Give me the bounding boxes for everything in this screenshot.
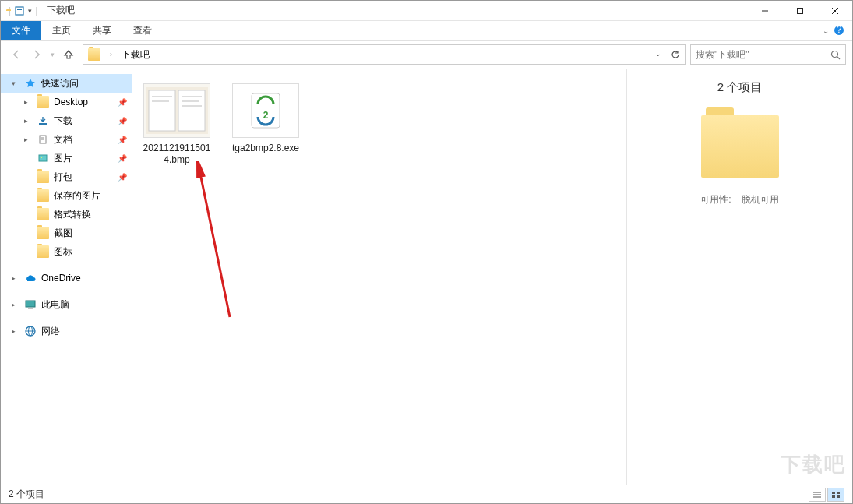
download-icon xyxy=(37,115,49,127)
svg-rect-0 xyxy=(16,7,23,15)
sidebar-item-screenshots[interactable]: 截图 xyxy=(1,224,132,242)
svg-rect-14 xyxy=(39,155,47,161)
help-icon[interactable]: ? xyxy=(834,25,844,36)
sidebar-item-pack[interactable]: 打包 📌 xyxy=(1,167,132,186)
pin-icon: 📌 xyxy=(118,117,127,125)
window-controls xyxy=(747,1,852,21)
back-button[interactable] xyxy=(10,48,23,61)
maximize-button[interactable] xyxy=(782,1,817,21)
svg-rect-38 xyxy=(837,495,840,498)
forward-button[interactable] xyxy=(30,48,43,61)
sidebar-item-saved-pictures[interactable]: 保存的图片 xyxy=(1,186,132,205)
chevron-right-icon[interactable]: ▸ xyxy=(24,98,32,106)
sidebar-item-label: 图标 xyxy=(54,245,72,259)
network-icon xyxy=(24,325,37,337)
svg-rect-1 xyxy=(17,9,22,10)
sidebar-item-documents[interactable]: ▸ 文档 📌 xyxy=(1,130,132,149)
sidebar-item-label: 文档 xyxy=(54,133,72,146)
close-button[interactable] xyxy=(817,1,852,21)
sidebar-item-label: Desktop xyxy=(54,97,88,107)
onedrive-icon xyxy=(24,272,37,284)
sidebar-quick-access[interactable]: ▾ 快速访问 xyxy=(1,74,132,93)
svg-rect-10 xyxy=(39,123,47,125)
folder-icon xyxy=(37,245,49,258)
file-item-exe[interactable]: 2 tga2bmp2.8.exe xyxy=(228,80,303,169)
sidebar-item-pictures[interactable]: 图片 📌 xyxy=(1,149,132,167)
view-details-button[interactable] xyxy=(809,488,826,502)
file-thumbnail: 2 xyxy=(232,83,299,138)
chevron-down-icon[interactable]: ▾ xyxy=(12,79,19,87)
address-segment-1[interactable]: 下载吧 xyxy=(117,45,154,64)
sidebar-item-icons[interactable]: 图标 xyxy=(1,242,132,261)
availability-key: 可用性: xyxy=(700,194,731,205)
window-title: 下载吧 xyxy=(47,4,75,17)
chevron-right-icon[interactable]: ▸ xyxy=(24,136,32,143)
preview-availability: 可用性: 脱机可用 xyxy=(700,193,779,206)
file-item-bmp[interactable]: 20211219115014.bmp xyxy=(139,80,214,169)
status-bar: 2 个项目 xyxy=(1,485,852,503)
svg-line-9 xyxy=(837,56,841,59)
svg-text:?: ? xyxy=(837,25,842,35)
pictures-icon xyxy=(37,152,49,164)
sidebar-item-label: 下载 xyxy=(54,115,72,128)
search-input[interactable] xyxy=(696,49,830,60)
document-icon xyxy=(37,133,49,146)
qat-separator: | xyxy=(9,5,11,16)
chevron-right-icon[interactable]: ▸ xyxy=(12,274,19,282)
chevron-right-icon[interactable]: ▸ xyxy=(24,117,32,125)
ribbon-collapse-icon[interactable]: ⌄ xyxy=(823,26,829,35)
nav-arrows: ▾ xyxy=(7,48,78,61)
sidebar-this-pc-label: 此电脑 xyxy=(41,298,69,312)
sidebar-onedrive[interactable]: ▸ OneDrive xyxy=(1,269,132,287)
sidebar-item-label: 截图 xyxy=(54,227,72,240)
sidebar-item-desktop[interactable]: ▸ Desktop 📌 xyxy=(1,93,132,111)
svg-rect-37 xyxy=(832,495,835,498)
svg-rect-36 xyxy=(837,492,840,494)
file-name: 20211219115014.bmp xyxy=(143,143,211,166)
sidebar-item-label: 打包 xyxy=(54,171,72,184)
qat-chevron-down-icon[interactable]: ▾ xyxy=(28,7,32,15)
search-box[interactable] xyxy=(690,44,846,65)
sidebar-onedrive-label: OneDrive xyxy=(41,273,81,284)
address-bar[interactable]: › 下载吧 ⌄ xyxy=(83,44,686,65)
sidebar-item-format-convert[interactable]: 格式转换 xyxy=(1,205,132,224)
ribbon-tab-share[interactable]: 共享 xyxy=(82,21,122,40)
address-dropdown-chevron[interactable]: ⌄ xyxy=(650,50,666,58)
availability-value: 脱机可用 xyxy=(742,194,779,205)
view-icons-button[interactable] xyxy=(827,488,844,502)
up-button[interactable] xyxy=(62,48,75,61)
navigation-bar: ▾ › 下载吧 ⌄ xyxy=(1,41,852,69)
sidebar-item-label: 保存的图片 xyxy=(54,189,100,203)
chevron-right-icon[interactable]: ▸ xyxy=(12,301,19,308)
pin-icon: 📌 xyxy=(118,154,127,163)
svg-rect-16 xyxy=(26,301,35,307)
qat-properties-icon[interactable] xyxy=(14,5,25,16)
refresh-button[interactable] xyxy=(666,50,685,59)
quick-access-toolbar: | ▾ | xyxy=(1,5,42,16)
minimize-button[interactable] xyxy=(747,1,782,21)
folder-icon xyxy=(37,208,49,220)
file-list[interactable]: 20211219115014.bmp 2 tga2bmp2.8.exe xyxy=(132,69,626,485)
title-bar: | ▾ | 下载吧 xyxy=(1,1,852,21)
annotation-arrow xyxy=(192,161,239,325)
recent-locations-chevron[interactable]: ▾ xyxy=(51,51,55,58)
sidebar-network[interactable]: ▸ 网络 xyxy=(1,322,132,340)
chevron-right-icon[interactable]: ▸ xyxy=(12,327,19,335)
address-root-icon[interactable] xyxy=(83,45,105,64)
ribbon-tab-home[interactable]: 主页 xyxy=(41,21,82,40)
folder-icon xyxy=(37,171,49,183)
sidebar-item-label: 格式转换 xyxy=(54,208,91,221)
address-chevron-1[interactable]: › xyxy=(105,45,117,64)
ribbon-help-area: ⌄ ? xyxy=(823,21,852,40)
qat-separator-2: | xyxy=(35,5,37,16)
ribbon-tab-view[interactable]: 查看 xyxy=(122,21,163,40)
star-icon xyxy=(24,77,37,90)
ribbon-tab-file[interactable]: 文件 xyxy=(1,21,41,40)
search-icon[interactable] xyxy=(830,50,841,60)
sidebar-item-label: 图片 xyxy=(54,152,72,165)
svg-rect-35 xyxy=(832,492,835,494)
status-view-switcher xyxy=(809,488,844,502)
sidebar-network-label: 网络 xyxy=(41,325,60,338)
sidebar-item-downloads[interactable]: ▸ 下载 📌 xyxy=(1,111,132,130)
sidebar-this-pc[interactable]: ▸ 此电脑 xyxy=(1,295,132,314)
